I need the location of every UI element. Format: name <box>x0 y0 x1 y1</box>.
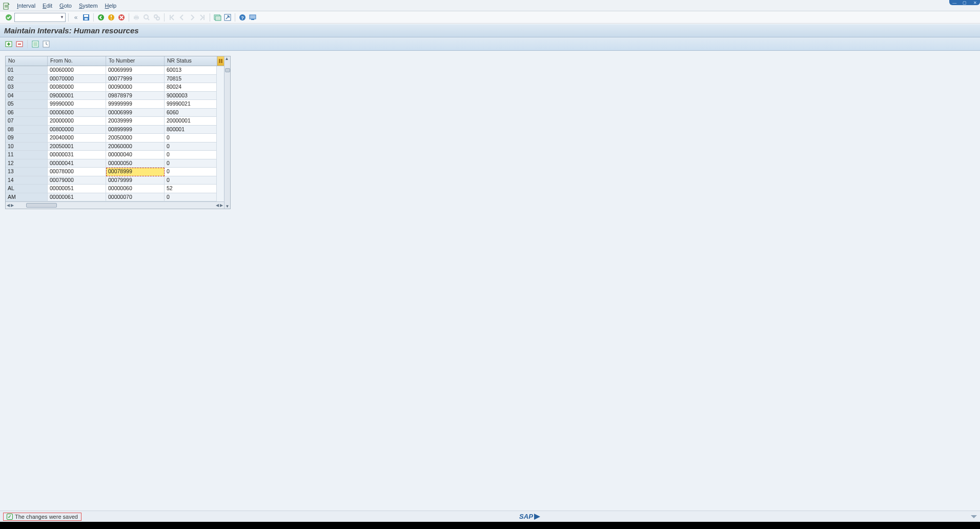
delete-line-icon[interactable] <box>15 39 24 49</box>
close-icon[interactable]: ✕ <box>973 1 977 5</box>
cell-status[interactable]: 99990021 <box>165 100 217 109</box>
cell-from[interactable]: 00000051 <box>48 185 106 193</box>
table-row[interactable]: AM00000061000000700 <box>6 193 224 202</box>
cell-status[interactable]: 0 <box>165 143 217 151</box>
hscroll-thumb[interactable] <box>26 203 57 208</box>
cell-status[interactable]: 0 <box>165 176 217 185</box>
cell-to[interactable]: 00079999 <box>106 176 165 185</box>
table-row[interactable]: 1020050001200600000 <box>6 143 224 151</box>
table-row[interactable]: 03000800000009000080024 <box>6 83 224 92</box>
configure-columns-icon[interactable] <box>217 56 224 66</box>
select-all-icon[interactable] <box>31 39 40 49</box>
new-session-icon[interactable] <box>213 13 222 22</box>
table-row[interactable]: 0600006000000069996060 <box>6 109 224 117</box>
cell-no[interactable]: 09 <box>6 134 48 143</box>
cell-from[interactable]: 00000061 <box>48 193 106 202</box>
table-row[interactable]: 1400079000000799990 <box>6 176 224 185</box>
cell-status[interactable]: 52 <box>165 185 217 193</box>
cell-status[interactable]: 9000003 <box>165 92 217 100</box>
menu-help[interactable]: Help <box>105 3 117 9</box>
scroll-down-icon[interactable]: ▼ <box>226 204 230 209</box>
cell-no[interactable]: 12 <box>6 159 48 168</box>
vertical-scrollbar[interactable]: ▲ ▼ <box>224 56 230 209</box>
table-row[interactable]: AL000000510000006052 <box>6 185 224 193</box>
table-row[interactable]: 07200000002003999920000001 <box>6 117 224 126</box>
cell-to[interactable]: 99999999 <box>106 100 165 109</box>
cell-status[interactable]: 0 <box>165 151 217 159</box>
cell-no[interactable]: 10 <box>6 143 48 151</box>
back-icon[interactable] <box>96 13 106 22</box>
cell-status[interactable]: 0 <box>165 193 217 202</box>
cell-no[interactable]: 04 <box>6 92 48 100</box>
cell-status[interactable]: 20000001 <box>165 117 217 126</box>
cell-to[interactable]: 00077999 <box>106 75 165 84</box>
cell-no[interactable]: 08 <box>6 126 48 134</box>
table-row[interactable]: 02000700000007799970815 <box>6 75 224 84</box>
header-from[interactable]: From No. <box>48 56 106 66</box>
menu-system[interactable]: System <box>79 3 98 9</box>
cell-status[interactable]: 800001 <box>165 126 217 134</box>
cell-to[interactable]: 00006999 <box>106 109 165 117</box>
customize-layout-icon[interactable] <box>248 13 257 22</box>
cell-to[interactable]: 00000050 <box>106 159 165 168</box>
cell-to[interactable]: 00000040 <box>106 151 165 159</box>
table-row[interactable]: 0920040000200500000 <box>6 134 224 143</box>
table-row[interactable]: 05999900009999999999990021 <box>6 100 224 109</box>
cell-from[interactable]: 00070000 <box>48 75 106 84</box>
cell-to[interactable]: 20039999 <box>106 117 165 126</box>
table-row[interactable]: 1100000031000000400 <box>6 151 224 159</box>
status-toggle-icon[interactable] <box>971 515 977 518</box>
cell-from[interactable]: 00000031 <box>48 151 106 159</box>
cell-no[interactable]: 05 <box>6 100 48 109</box>
exit-icon[interactable] <box>107 13 116 22</box>
cell-no[interactable]: 14 <box>6 176 48 185</box>
cell-no[interactable]: AL <box>6 185 48 193</box>
menu-interval[interactable]: Interval <box>17 3 35 9</box>
table-row[interactable]: 0409000001098789799000003 <box>6 92 224 100</box>
cell-from[interactable]: 00800000 <box>48 126 106 134</box>
cell-to[interactable]: 00090000 <box>106 83 165 92</box>
cell-no[interactable]: 03 <box>6 83 48 92</box>
cell-no[interactable]: 06 <box>6 109 48 117</box>
table-row[interactable]: 1200000041000000500 <box>6 159 224 168</box>
cell-from[interactable]: 20040000 <box>48 134 106 143</box>
cell-from[interactable]: 00079000 <box>48 176 106 185</box>
scroll-right2-icon[interactable]: ▶ <box>220 203 223 208</box>
cell-from[interactable]: 20000000 <box>48 117 106 126</box>
cell-status[interactable]: 0 <box>165 159 217 168</box>
menu-goto[interactable]: Goto <box>59 3 72 9</box>
vscroll-thumb[interactable] <box>225 68 230 72</box>
cell-to[interactable]: 20050000 <box>106 134 165 143</box>
cell-no[interactable]: 01 <box>6 66 48 75</box>
enter-icon[interactable] <box>4 13 13 22</box>
cell-status[interactable]: 60013 <box>165 66 217 75</box>
cell-status[interactable]: 0 <box>165 134 217 143</box>
scroll-up-icon[interactable]: ▲ <box>225 56 230 61</box>
scroll-right-icon[interactable]: ▶ <box>11 203 14 208</box>
table-row[interactable]: 01000600000006999960013 <box>6 66 224 75</box>
save-icon[interactable] <box>81 13 91 22</box>
cell-from[interactable]: 20050001 <box>48 143 106 151</box>
scroll-left-icon[interactable]: ◀ <box>7 203 10 208</box>
minimize-icon[interactable]: — <box>952 1 956 5</box>
generate-shortcut-icon[interactable] <box>223 13 232 22</box>
cell-to[interactable]: 00000060 <box>106 185 165 193</box>
cell-status[interactable]: 80024 <box>165 83 217 92</box>
cell-from[interactable]: 00006000 <box>48 109 106 117</box>
table-row[interactable]: 080080000000899999800001 <box>6 126 224 134</box>
deselect-all-icon[interactable] <box>42 39 51 49</box>
cell-to[interactable]: 00078999 <box>106 168 165 176</box>
scroll-left2-icon[interactable]: ◀ <box>216 203 219 208</box>
cell-status[interactable]: 6060 <box>165 109 217 117</box>
cell-no[interactable]: 02 <box>6 75 48 84</box>
cell-no[interactable]: 07 <box>6 117 48 126</box>
cell-no[interactable]: 11 <box>6 151 48 159</box>
cell-no[interactable]: 13 <box>6 168 48 176</box>
cell-to[interactable]: 09878979 <box>106 92 165 100</box>
header-to[interactable]: To Number <box>106 56 165 66</box>
cell-to[interactable]: 00000070 <box>106 193 165 202</box>
window-caption-buttons[interactable]: — ▢ ✕ <box>949 0 980 5</box>
header-no[interactable]: No <box>6 56 48 66</box>
cell-from[interactable]: 99990000 <box>48 100 106 109</box>
cell-status[interactable]: 0 <box>165 168 217 176</box>
